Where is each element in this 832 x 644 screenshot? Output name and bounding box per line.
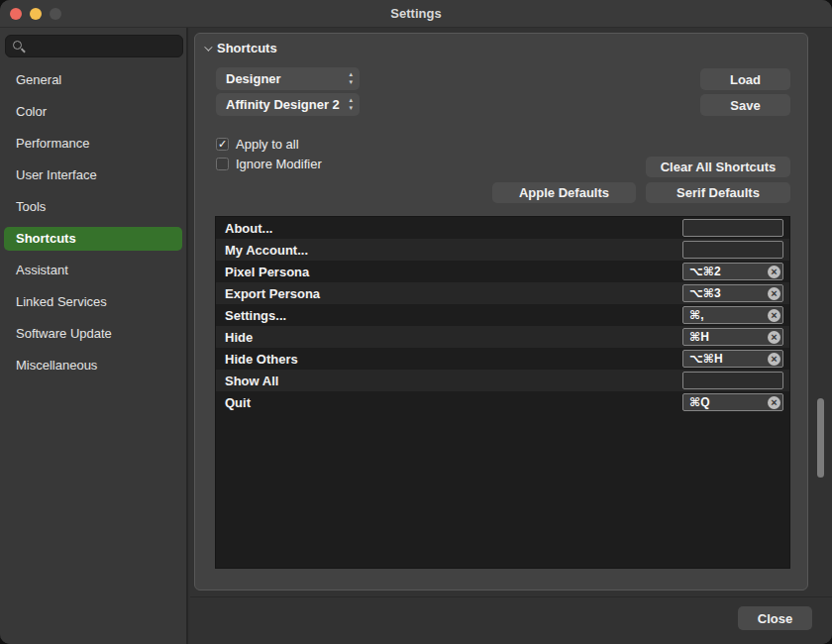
stepper-icon: ▴▾	[349, 96, 353, 112]
sidebar: General Color Performance User Interface…	[0, 28, 188, 644]
load-button[interactable]: Load	[700, 68, 790, 90]
shortcut-field[interactable]: ⌥⌘H×	[682, 350, 783, 368]
main-area: Shortcuts Designer ▴▾ Affinity Designer …	[190, 28, 832, 644]
preset-select-value: Affinity Designer 2	[226, 97, 340, 112]
table-row[interactable]: My Account... ×	[216, 239, 789, 261]
clear-shortcut-icon[interactable]: ×	[768, 309, 780, 322]
shortcuts-table: About... × My Account... × Pixel Persona…	[215, 216, 790, 569]
table-row[interactable]: Settings... ⌘,×	[216, 304, 789, 326]
settings-window: Settings General Color Performance User …	[0, 0, 832, 644]
titlebar: Settings	[0, 0, 832, 28]
sidebar-nav: General Color Performance User Interface…	[0, 64, 186, 381]
save-button[interactable]: Save	[700, 94, 790, 116]
sidebar-item-tools[interactable]: Tools	[4, 191, 182, 223]
check-icon: ✓	[218, 139, 227, 150]
command-label: Settings...	[216, 308, 682, 323]
preset-select[interactable]: Affinity Designer 2 ▴▾	[216, 93, 360, 116]
table-row[interactable]: Pixel Persona ⌥⌘2×	[216, 261, 789, 282]
checkbox-box: ✓	[216, 158, 229, 170]
clear-shortcut-icon[interactable]: ×	[768, 331, 780, 344]
clear-shortcut-icon[interactable]: ×	[768, 266, 780, 278]
shortcut-field[interactable]: ⌘Q×	[682, 393, 783, 411]
command-label: Pixel Persona	[216, 265, 682, 279]
sidebar-item-label: Miscellaneous	[4, 354, 182, 377]
shortcut-value: ⌥⌘2	[683, 265, 721, 278]
command-label: My Account...	[216, 243, 682, 258]
ignore-modifier-checkbox[interactable]: ✓ Ignore Modifier	[216, 157, 322, 171]
app-select-value: Designer	[226, 71, 281, 86]
shortcut-value: ⌘,	[683, 308, 703, 322]
clear-all-shortcuts-button[interactable]: Clear All Shortcuts	[646, 157, 790, 177]
shortcut-value: ⌘H	[683, 330, 709, 344]
sidebar-item-label: Performance	[4, 132, 182, 156]
chevron-down-icon	[204, 43, 212, 51]
sidebar-item-label: Shortcuts	[4, 227, 182, 251]
command-label: Show All	[216, 374, 682, 388]
shortcut-field[interactable]: ⌥⌘2×	[682, 263, 783, 280]
clear-shortcut-icon[interactable]: ×	[768, 396, 780, 409]
sidebar-item-label: User Interface	[4, 163, 182, 187]
search-input[interactable]	[5, 35, 183, 57]
sidebar-item-label: Assistant	[4, 259, 182, 282]
shortcut-value: ⌘Q	[683, 395, 709, 409]
table-row[interactable]: Hide ⌘H×	[216, 326, 789, 348]
checkbox-label: Ignore Modifier	[236, 157, 322, 171]
search-icon	[13, 41, 22, 50]
panel-title: Shortcuts	[217, 41, 277, 55]
panel-header[interactable]: Shortcuts	[204, 41, 277, 55]
sidebar-item-linked-services[interactable]: Linked Services	[4, 286, 182, 318]
sidebar-item-label: Software Update	[4, 322, 182, 346]
clear-shortcut-icon[interactable]: ×	[768, 353, 780, 366]
table-row[interactable]: About... ×	[216, 217, 789, 239]
checkbox-label: Apply to all	[236, 137, 299, 152]
checkbox-box: ✓	[216, 138, 229, 151]
sidebar-item-label: Linked Services	[4, 290, 182, 314]
sidebar-item-label: General	[4, 68, 182, 92]
table-row[interactable]: Show All ×	[216, 370, 789, 391]
shortcut-field[interactable]: ×	[682, 372, 783, 389]
command-label: About...	[216, 221, 682, 236]
shortcut-field[interactable]: ×	[682, 219, 783, 237]
shortcut-field[interactable]: ⌥⌘3×	[682, 284, 783, 302]
sidebar-item-miscellaneous[interactable]: Miscellaneous	[4, 350, 182, 381]
clear-shortcut-icon[interactable]: ×	[768, 287, 780, 300]
sidebar-item-user-interface[interactable]: User Interface	[4, 160, 182, 191]
shortcut-value: ⌥⌘3	[683, 286, 721, 300]
shortcut-field[interactable]: ×	[682, 241, 783, 259]
app-select[interactable]: Designer ▴▾	[216, 67, 360, 90]
sidebar-item-performance[interactable]: Performance	[4, 128, 182, 160]
command-label: Export Persona	[216, 286, 682, 301]
sidebar-item-label: Color	[4, 100, 182, 124]
shortcut-field[interactable]: ⌘,×	[682, 306, 783, 324]
shortcut-field[interactable]: ⌘H×	[682, 328, 783, 346]
serif-defaults-button[interactable]: Serif Defaults	[646, 182, 790, 203]
apple-defaults-button[interactable]: Apple Defaults	[492, 182, 636, 203]
sidebar-item-general[interactable]: General	[4, 64, 182, 96]
close-button[interactable]: Close	[738, 606, 812, 630]
table-row[interactable]: Export Persona ⌥⌘3×	[216, 282, 789, 304]
window-title: Settings	[0, 0, 832, 28]
command-label: Hide	[216, 330, 682, 345]
stepper-icon: ▴▾	[349, 70, 353, 86]
shortcut-value: ⌥⌘H	[683, 352, 723, 366]
sidebar-item-software-update[interactable]: Software Update	[4, 318, 182, 350]
apply-to-all-checkbox[interactable]: ✓ Apply to all	[216, 137, 299, 152]
table-row[interactable]: Quit ⌘Q×	[216, 391, 789, 413]
sidebar-item-label: Tools	[4, 195, 182, 219]
sidebar-item-assistant[interactable]: Assistant	[4, 255, 182, 286]
shortcuts-panel: Shortcuts Designer ▴▾ Affinity Designer …	[194, 33, 808, 590]
command-label: Quit	[216, 395, 682, 410]
footer-divider	[190, 596, 832, 597]
command-label: Hide Others	[216, 352, 682, 367]
sidebar-item-color[interactable]: Color	[4, 96, 182, 128]
table-row[interactable]: Hide Others ⌥⌘H×	[216, 348, 789, 370]
sidebar-item-shortcuts[interactable]: Shortcuts	[4, 223, 182, 255]
scrollbar-thumb[interactable]	[817, 398, 824, 478]
